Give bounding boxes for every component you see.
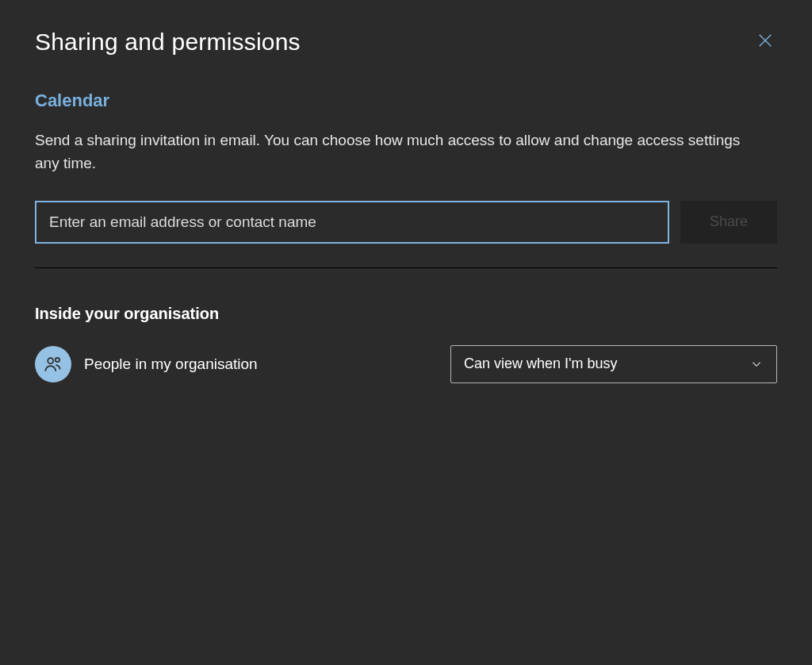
permission-select[interactable]: Can view when I'm busy — [450, 345, 777, 383]
chevron-down-icon — [749, 357, 764, 371]
people-icon — [43, 354, 63, 375]
organisation-heading: Inside your organisation — [35, 305, 777, 323]
permission-row: People in my organisation Can view when … — [35, 345, 777, 383]
close-icon — [756, 32, 774, 49]
permission-select-value: Can view when I'm busy — [464, 356, 618, 372]
permission-label: People in my organisation — [84, 356, 438, 373]
avatar — [35, 346, 71, 382]
calendar-subtitle: Calendar — [35, 90, 777, 111]
share-input-row: Share — [35, 201, 777, 244]
close-button[interactable] — [753, 29, 777, 52]
section-divider — [35, 267, 777, 268]
page-title: Sharing and permissions — [35, 29, 301, 56]
calendar-description: Send a sharing invitation in email. You … — [35, 129, 764, 175]
share-button[interactable]: Share — [680, 201, 777, 244]
svg-point-3 — [56, 358, 59, 362]
email-input[interactable] — [35, 201, 669, 244]
svg-point-2 — [48, 358, 53, 363]
